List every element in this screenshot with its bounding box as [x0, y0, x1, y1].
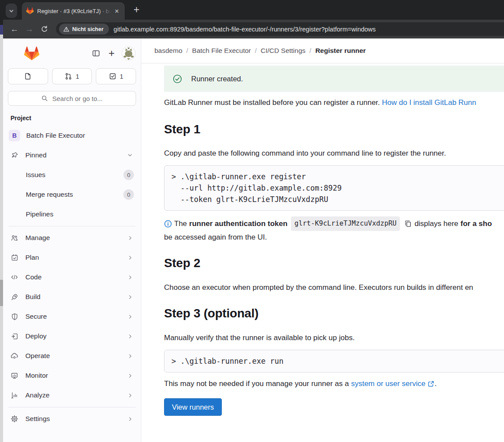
code-label: Code	[25, 273, 42, 281]
settings-gear-icon	[10, 415, 18, 423]
breadcrumb-current: Register runner	[315, 47, 366, 55]
main-content: basdemo / Batch File Executor / CI/CD Se…	[141, 38, 504, 442]
new-tab-button[interactable]: +	[131, 4, 142, 15]
breadcrumb-separator: /	[186, 47, 188, 55]
issues-count-badge: 0	[123, 170, 134, 180]
sidebar-shortcuts: 1 1	[8, 68, 136, 84]
sidebar-item-deploy[interactable]: Deploy	[6, 328, 138, 344]
chevron-right-icon	[127, 235, 133, 241]
sidebar-item-settings[interactable]: Settings	[6, 411, 138, 427]
merge-requests-label: Merge requests	[26, 191, 73, 198]
panel-toggle-icon	[92, 49, 100, 57]
sidebar-item-build[interactable]: Build	[6, 289, 138, 305]
sidebar-item-code[interactable]: Code	[6, 269, 138, 285]
copy-token-button[interactable]	[404, 220, 412, 227]
background-window-edge	[0, 0, 3, 442]
security-badge-label: Nicht sicher	[72, 26, 104, 32]
operate-label: Operate	[25, 352, 50, 360]
token-note-prefix: The	[174, 217, 187, 230]
create-new-button[interactable]: +	[105, 47, 118, 60]
operate-cloud-gear-icon	[10, 352, 18, 360]
issues-shortcut-button[interactable]	[8, 68, 48, 84]
step3-heading: Step 3 (optional)	[164, 306, 504, 321]
sidebar: +	[3, 38, 141, 442]
information-icon	[164, 220, 172, 228]
sidebar-item-merge-requests[interactable]: Merge requests 0	[6, 187, 138, 202]
search-input[interactable]: Search or go to...	[8, 91, 136, 106]
chevron-right-icon	[127, 353, 133, 359]
todo-shortcut-button[interactable]: 1	[96, 68, 136, 84]
sidebar-divider	[8, 407, 136, 407]
sidebar-item-plan[interactable]: Plan	[6, 250, 138, 265]
manage-users-icon	[10, 234, 18, 242]
token-note: The runner authentication token glrt-K9c…	[164, 216, 504, 244]
sidebar-item-secure[interactable]: Secure	[6, 309, 138, 324]
step2-description: Choose an executor when prompted by the …	[164, 282, 504, 293]
manage-label: Manage	[25, 234, 50, 242]
footer-suffix: .	[434, 379, 437, 389]
chevron-down-icon	[8, 8, 14, 14]
back-button[interactable]: ←	[7, 22, 22, 37]
run-command-codeblock: > .\gitlab-runner.exe run	[164, 350, 504, 372]
monitor-icon	[10, 372, 18, 379]
token-note-emphasis: runner authentication token	[189, 217, 287, 230]
sidebar-item-manage[interactable]: Manage	[6, 230, 138, 246]
sidebar-collapse-button[interactable]	[89, 47, 102, 60]
secure-label: Secure	[25, 313, 47, 320]
token-note-line2: be accessed again from the UI.	[164, 231, 504, 244]
step1-description: Copy and paste the following command int…	[164, 148, 504, 159]
forward-button[interactable]: →	[22, 22, 37, 37]
gitlab-favicon	[26, 7, 34, 14]
security-badge[interactable]: Nicht sicher	[59, 24, 109, 35]
plan-label: Plan	[25, 254, 39, 261]
install-runner-link[interactable]: How do I install GitLab Runn	[382, 98, 476, 107]
system-user-service-link[interactable]: system or user service	[351, 379, 425, 389]
sidebar-item-operate[interactable]: Operate	[6, 348, 138, 364]
address-bar[interactable]: Nicht sicher gitlab.example.com:8929/bas…	[56, 22, 504, 36]
deploy-icon	[11, 333, 18, 340]
tab-close-button[interactable]: ×	[112, 7, 121, 15]
pipelines-label: Pipelines	[26, 210, 53, 218]
sidebar-item-pipelines[interactable]: Pipelines	[6, 206, 138, 222]
sidebar-item-analyze[interactable]: Analyze	[6, 387, 138, 403]
copy-icon	[404, 220, 412, 227]
token-note-emphasis2: for a sho	[461, 217, 492, 230]
project-avatar: B	[9, 130, 20, 141]
register-command-codeblock: > .\gitlab-runner.exe register --url htt…	[164, 165, 504, 211]
breadcrumb-separator: /	[255, 47, 256, 55]
check-circle-icon	[173, 74, 182, 84]
sidebar-item-monitor[interactable]: Monitor	[6, 368, 138, 383]
chevron-right-icon	[127, 314, 133, 320]
sidebar-item-issues[interactable]: Issues 0	[6, 167, 138, 183]
sidebar-section-label: Project	[10, 115, 141, 122]
plan-calendar-icon	[11, 254, 18, 261]
build-label: Build	[25, 293, 40, 301]
breadcrumb-project[interactable]: Batch File Executor	[192, 47, 251, 55]
code-line: --token glrt-K9cLrieTJMzcuVxdzpRU	[172, 194, 504, 205]
view-runners-button[interactable]: View runners	[164, 398, 222, 416]
reload-button[interactable]	[37, 22, 52, 37]
browser-tab[interactable]: Register · #3 (K9cLrieTJ) · basde ×	[22, 2, 125, 20]
sidebar-item-pinned[interactable]: Pinned	[6, 147, 138, 163]
breadcrumb-separator: /	[309, 47, 311, 55]
breadcrumb-group[interactable]: basdemo	[154, 47, 182, 55]
chevron-right-icon	[127, 334, 133, 339]
gitlab-logo[interactable]	[24, 46, 39, 61]
breadcrumb-cicd-settings[interactable]: CI/CD Settings	[261, 47, 306, 55]
settings-label: Settings	[25, 415, 50, 423]
intro-paragraph: GitLab Runner must be installed before y…	[164, 97, 504, 108]
user-avatar[interactable]	[122, 46, 136, 60]
tab-search-button[interactable]	[6, 3, 17, 18]
merge-requests-count: 1	[76, 73, 79, 80]
code-icon	[10, 274, 18, 281]
sidebar-item-project[interactable]: B Batch File Executor	[6, 128, 138, 143]
merge-requests-count-badge: 0	[123, 189, 134, 200]
chevron-right-icon	[127, 373, 133, 379]
tab-title-fade	[99, 8, 111, 14]
tab-title: Register · #3 (K9cLrieTJ) · basde	[37, 8, 111, 14]
token-note-middle: displays here	[414, 217, 458, 230]
edge-segment-scrollbar	[0, 280, 3, 306]
reload-icon	[41, 25, 48, 33]
todo-count: 1	[120, 73, 123, 80]
merge-requests-shortcut-button[interactable]: 1	[52, 68, 92, 84]
